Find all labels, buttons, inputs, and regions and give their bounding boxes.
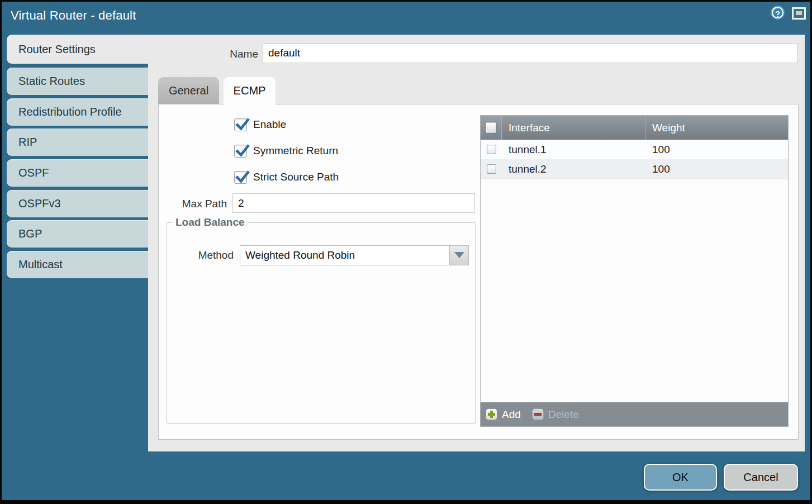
sidebar-item-label: Router Settings: [18, 43, 96, 55]
sidebar-item-router-settings[interactable]: Router Settings: [7, 35, 150, 64]
enable-label: Enable: [253, 118, 286, 131]
enable-option: Enable: [234, 117, 286, 132]
row-checkbox[interactable]: [487, 145, 496, 154]
method-selected-value: Weighted Round Robin: [240, 246, 468, 265]
window-restore-glyph: [796, 11, 802, 15]
table-header-row: Interface Weight: [481, 116, 788, 140]
weight-cell[interactable]: 100: [645, 144, 788, 156]
load-balance-legend: Load Balance: [173, 216, 248, 229]
sidebar-item-ospf[interactable]: OSPF: [7, 159, 148, 187]
sidebar-item-label: OSPFv3: [18, 197, 61, 210]
name-input[interactable]: [263, 43, 798, 63]
enable-checkbox[interactable]: [234, 118, 247, 131]
table-toolbar: Add Delete: [481, 402, 788, 426]
table-row[interactable]: tunnel.2 100: [481, 159, 788, 179]
load-balance-group: Load Balance Method Weighted Round Robin: [167, 216, 476, 424]
interface-table: Interface Weight tunnel.1 100 tunnel.2 1…: [480, 115, 789, 427]
method-label: Method: [175, 245, 234, 265]
sidebar-item-multicast[interactable]: Multicast: [7, 251, 148, 278]
sidebar-item-ospfv3[interactable]: OSPFv3: [7, 190, 148, 217]
max-path-label: Max Path: [169, 198, 227, 210]
strict-source-path-option: Strict Source Path: [234, 170, 339, 184]
table-empty-area: [481, 179, 788, 402]
checkmark-icon: [235, 170, 250, 185]
tab-general[interactable]: General: [158, 77, 219, 104]
symmetric-return-checkbox[interactable]: [234, 145, 247, 158]
row-checkbox[interactable]: [487, 164, 496, 174]
sidebar-item-label: OSPF: [18, 167, 49, 179]
interface-cell[interactable]: tunnel.1: [502, 144, 645, 156]
add-button-label: Add: [502, 408, 521, 421]
row-select-cell: [481, 164, 502, 174]
virtual-router-dialog: Virtual Router - default ? Router Settin…: [0, 0, 812, 504]
dropdown-button[interactable]: [449, 246, 468, 265]
ecmp-tab-panel: Enable Symmetric Return Strict Source Pa…: [158, 104, 799, 440]
help-icon[interactable]: ?: [772, 7, 783, 18]
column-header-weight[interactable]: Weight: [645, 116, 788, 140]
max-path-input[interactable]: [232, 193, 475, 213]
column-header-interface[interactable]: Interface: [502, 116, 645, 140]
window-restore-icon[interactable]: [792, 7, 806, 20]
cancel-button[interactable]: Cancel: [724, 464, 798, 491]
symmetric-return-option: Symmetric Return: [234, 144, 338, 158]
checkmark-icon: [235, 144, 250, 159]
method-dropdown[interactable]: Weighted Round Robin: [240, 245, 469, 265]
sidebar-item-rip[interactable]: RIP: [7, 129, 148, 156]
dialog-title: Virtual Router - default: [11, 8, 136, 23]
checkmark-icon: [235, 117, 250, 132]
tab-ecmp[interactable]: ECMP: [224, 77, 276, 106]
strict-source-path-checkbox[interactable]: [234, 171, 247, 184]
sidebar-item-label: RIP: [18, 136, 37, 148]
sidebar-item-label: BGP: [18, 227, 42, 240]
interface-cell[interactable]: tunnel.2: [502, 163, 645, 175]
add-button[interactable]: Add: [486, 408, 521, 421]
sidebar-item-label: Static Routes: [18, 75, 85, 87]
sidebar-item-bgp[interactable]: BGP: [7, 220, 148, 248]
sidebar-item-label: Multicast: [18, 258, 63, 270]
strict-source-path-label: Strict Source Path: [253, 171, 339, 183]
plus-icon: [486, 408, 497, 420]
sidebar-item-static-routes[interactable]: Static Routes: [7, 68, 148, 95]
main-content: Name General ECMP Enable Symmetric Retur…: [148, 35, 805, 451]
delete-button-label: Delete: [548, 408, 579, 421]
ok-button[interactable]: OK: [644, 464, 717, 491]
sidebar-item-redistribution-profile[interactable]: Redistribution Profile: [7, 98, 148, 126]
table-row[interactable]: tunnel.1 100: [481, 140, 788, 159]
chevron-down-icon: [454, 252, 464, 258]
delete-button[interactable]: Delete: [532, 408, 579, 421]
select-all-cell: [481, 116, 502, 140]
minus-icon: [532, 408, 544, 420]
sidebar-item-label: Redistribution Profile: [18, 106, 122, 118]
weight-cell[interactable]: 100: [645, 163, 788, 175]
select-all-checkbox[interactable]: [486, 122, 496, 133]
symmetric-return-label: Symmetric Return: [253, 145, 338, 157]
name-label: Name: [193, 48, 258, 60]
row-select-cell: [481, 145, 502, 154]
